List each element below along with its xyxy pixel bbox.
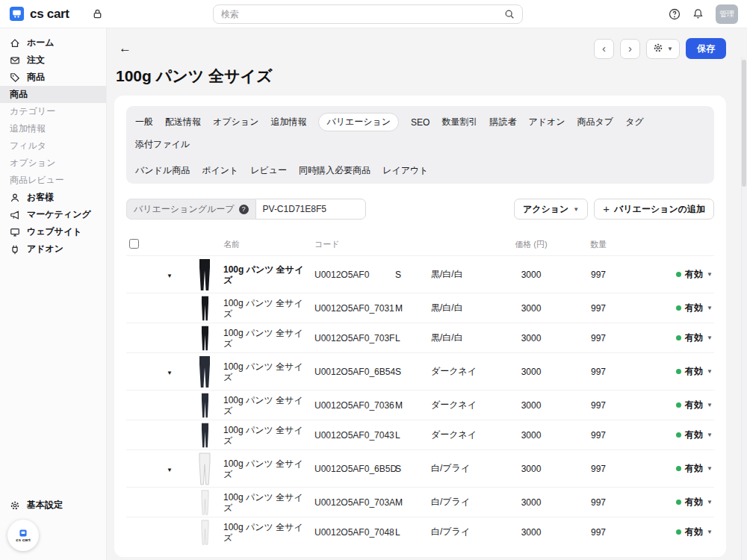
- product-image[interactable]: [186, 258, 223, 291]
- variation-name-link[interactable]: 100g パンツ 全サイズ: [223, 522, 314, 543]
- tab-9[interactable]: アドオン: [528, 116, 565, 128]
- help-icon[interactable]: [669, 8, 681, 20]
- sidebar-item-website[interactable]: ウェブサイト: [0, 223, 106, 240]
- help-tooltip-icon[interactable]: ?: [239, 205, 249, 214]
- table-row: 100g パンツ 全サイズU0012O5AF0_7031M黒/白/白300099…: [126, 293, 714, 323]
- tab-6[interactable]: SEO: [411, 117, 430, 128]
- variation-code: U0012O5AF0_7048: [314, 527, 394, 538]
- settings-button[interactable]: 基本設定: [0, 497, 106, 514]
- variation-name-link[interactable]: 100g パンツ 全サイズ: [223, 492, 314, 513]
- expand-caret-icon[interactable]: ▼: [167, 370, 173, 376]
- tab-10[interactable]: 商品タブ: [577, 116, 614, 128]
- tab-5[interactable]: バリエーション: [318, 113, 399, 131]
- search-input[interactable]: [221, 9, 504, 19]
- sidebar-item-home[interactable]: ホーム: [0, 34, 106, 52]
- add-variation-button[interactable]: + バリエーションの追加: [594, 199, 714, 220]
- variation-code: U0012O5AF0_6B5D: [314, 464, 394, 474]
- page-settings-dropdown-button[interactable]: ▼: [646, 39, 680, 59]
- sidebar-item-products[interactable]: 商品: [0, 69, 106, 86]
- variation-code: U0012O5AF0_6B54: [314, 367, 394, 377]
- status-dropdown[interactable]: 有効▼: [631, 399, 714, 411]
- sidebar-item-categories[interactable]: カテゴリー: [0, 103, 106, 120]
- product-image[interactable]: [186, 490, 223, 515]
- tab-7[interactable]: 数量割引: [441, 116, 477, 128]
- tab-3[interactable]: オプション: [213, 116, 258, 128]
- tab-12[interactable]: 添付ファイル: [135, 138, 190, 151]
- sidebar-item-label: 商品: [27, 71, 45, 84]
- status-dropdown[interactable]: 有効▼: [631, 268, 714, 281]
- sidebar-item-orders[interactable]: 注文: [0, 52, 106, 69]
- product-image[interactable]: [186, 326, 223, 351]
- expand-caret-icon[interactable]: ▼: [167, 467, 173, 473]
- pants-image-icon: [200, 326, 210, 351]
- tab-4[interactable]: 追加情報: [270, 116, 306, 128]
- status-dropdown[interactable]: 有効▼: [631, 526, 714, 538]
- product-image[interactable]: [186, 452, 223, 485]
- variation-group-input[interactable]: [255, 199, 366, 220]
- notifications-bell-icon[interactable]: [692, 8, 704, 19]
- product-image[interactable]: [186, 423, 223, 448]
- sidebar-item-options[interactable]: オプション: [0, 155, 106, 172]
- tab-8[interactable]: 購読者: [489, 116, 516, 128]
- variation-group-label: バリエーショングループ ?: [126, 199, 255, 220]
- column-header-price[interactable]: 価格 (円): [497, 239, 565, 250]
- search-icon[interactable]: [504, 9, 515, 19]
- product-image[interactable]: [186, 355, 223, 388]
- expand-caret-icon[interactable]: ▼: [167, 273, 173, 279]
- variation-name-link[interactable]: 100g パンツ 全サイズ: [223, 264, 314, 285]
- scrollbar-thumb[interactable]: [742, 60, 746, 187]
- sidebar-item-addons[interactable]: アドオン: [0, 240, 106, 258]
- sidebar-item-filters[interactable]: フィルタ: [0, 137, 106, 155]
- sidebar-item-product-reviews[interactable]: 商品レビュー: [0, 172, 106, 189]
- variation-name-link[interactable]: 100g パンツ 全サイズ: [223, 458, 314, 479]
- variation-price: 3000: [497, 333, 565, 343]
- select-all-checkbox[interactable]: [129, 239, 139, 249]
- scrollbar[interactable]: [741, 57, 747, 560]
- status-dropdown[interactable]: 有効▼: [631, 365, 714, 378]
- sidebar-item-features[interactable]: 追加情報: [0, 120, 106, 137]
- tab-16[interactable]: 同時購入必要商品: [299, 164, 371, 177]
- tab-14[interactable]: ポイント: [202, 164, 238, 177]
- variation-code: U0012O5AF0_703F: [314, 333, 394, 343]
- variation-name-link[interactable]: 100g パンツ 全サイズ: [223, 425, 314, 446]
- column-header-code[interactable]: コード: [314, 239, 394, 250]
- actions-dropdown-button[interactable]: アクション ▼: [514, 199, 588, 220]
- sidebar-item-marketing[interactable]: マーケティング: [0, 206, 106, 223]
- admin-avatar[interactable]: 管理: [716, 4, 738, 24]
- next-product-button[interactable]: ›: [620, 39, 640, 59]
- product-image[interactable]: [186, 520, 223, 545]
- tab-11[interactable]: タグ: [625, 116, 644, 128]
- product-image[interactable]: [186, 393, 223, 418]
- status-dropdown[interactable]: 有効▼: [631, 496, 714, 508]
- tab-2[interactable]: 配送情報: [165, 116, 201, 128]
- variation-name-link[interactable]: 100g パンツ 全サイズ: [223, 395, 314, 416]
- sidebar-item-customers[interactable]: お客様: [0, 189, 106, 206]
- prev-product-button[interactable]: ‹: [594, 39, 614, 59]
- status-dropdown[interactable]: 有効▼: [631, 462, 714, 475]
- status-dropdown[interactable]: 有効▼: [631, 302, 714, 314]
- cscart-help-bubble[interactable]: cs cart: [7, 520, 39, 551]
- status-dot-icon: [676, 432, 681, 438]
- table-row: 100g パンツ 全サイズU0012O5AF0_7036Mダークネイ300099…: [126, 390, 714, 420]
- tab-17[interactable]: レイアウト: [382, 164, 428, 177]
- sidebar-item-label: 追加情報: [10, 122, 46, 135]
- tab-1[interactable]: 一般: [135, 116, 153, 128]
- variation-qty: 997: [565, 430, 631, 441]
- tab-13[interactable]: バンドル商品: [135, 164, 190, 177]
- status-dot-icon: [676, 272, 681, 277]
- save-button[interactable]: 保存: [686, 38, 726, 59]
- variation-name-link[interactable]: 100g パンツ 全サイズ: [223, 328, 314, 349]
- back-button[interactable]: ←: [114, 41, 136, 56]
- variation-size: S: [394, 464, 431, 474]
- product-image[interactable]: [186, 296, 223, 321]
- status-dropdown[interactable]: 有効▼: [631, 332, 714, 344]
- sidebar-item-products-current[interactable]: 商品: [0, 86, 106, 103]
- tab-15[interactable]: レビュー: [250, 164, 287, 177]
- variation-name-link[interactable]: 100g パンツ 全サイズ: [223, 298, 314, 319]
- status-dropdown[interactable]: 有効▼: [631, 429, 714, 441]
- column-header-qty[interactable]: 数量: [565, 239, 631, 250]
- cscart-logo[interactable]: cs cart: [9, 6, 69, 22]
- variation-name-link[interactable]: 100g パンツ 全サイズ: [223, 361, 314, 382]
- lock-icon[interactable]: [92, 8, 103, 19]
- column-header-name[interactable]: 名前: [223, 239, 314, 250]
